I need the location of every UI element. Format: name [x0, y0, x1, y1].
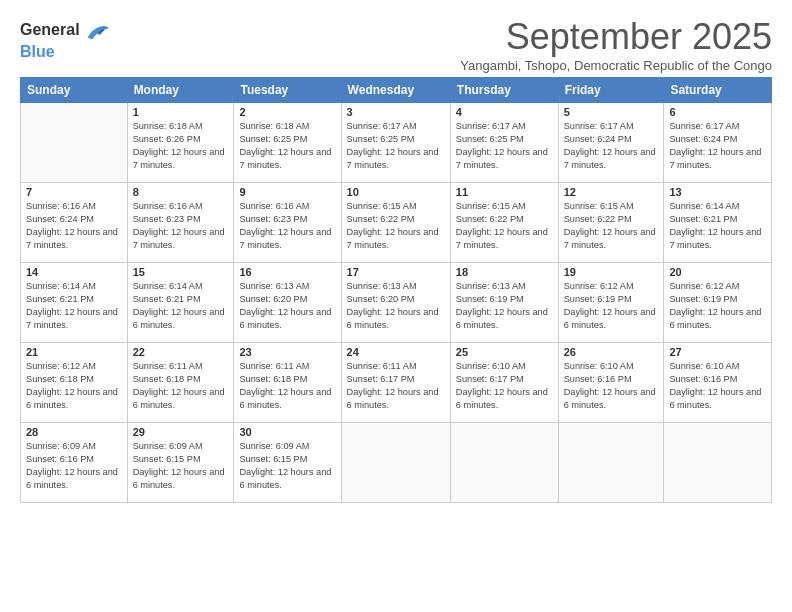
- day-info: Sunrise: 6:17 AM Sunset: 6:25 PM Dayligh…: [347, 120, 445, 172]
- day-number: 29: [133, 426, 229, 438]
- day-number: 19: [564, 266, 659, 278]
- day-info: Sunrise: 6:15 AM Sunset: 6:22 PM Dayligh…: [456, 200, 553, 252]
- calendar-cell: 4Sunrise: 6:17 AM Sunset: 6:25 PM Daylig…: [450, 103, 558, 183]
- day-number: 27: [669, 346, 766, 358]
- day-info: Sunrise: 6:18 AM Sunset: 6:26 PM Dayligh…: [133, 120, 229, 172]
- day-info: Sunrise: 6:09 AM Sunset: 6:16 PM Dayligh…: [26, 440, 122, 492]
- day-number: 8: [133, 186, 229, 198]
- calendar-header-thursday: Thursday: [450, 78, 558, 103]
- day-number: 17: [347, 266, 445, 278]
- day-number: 7: [26, 186, 122, 198]
- calendar-cell: 5Sunrise: 6:17 AM Sunset: 6:24 PM Daylig…: [558, 103, 664, 183]
- day-info: Sunrise: 6:12 AM Sunset: 6:19 PM Dayligh…: [669, 280, 766, 332]
- calendar-cell: [450, 423, 558, 503]
- logo-text: General Blue: [20, 20, 111, 61]
- day-info: Sunrise: 6:09 AM Sunset: 6:15 PM Dayligh…: [239, 440, 335, 492]
- calendar-header-row: SundayMondayTuesdayWednesdayThursdayFrid…: [21, 78, 772, 103]
- day-number: 25: [456, 346, 553, 358]
- calendar-cell: 7Sunrise: 6:16 AM Sunset: 6:24 PM Daylig…: [21, 183, 128, 263]
- day-number: 30: [239, 426, 335, 438]
- calendar-cell: 8Sunrise: 6:16 AM Sunset: 6:23 PM Daylig…: [127, 183, 234, 263]
- day-info: Sunrise: 6:14 AM Sunset: 6:21 PM Dayligh…: [26, 280, 122, 332]
- calendar-week-row: 14Sunrise: 6:14 AM Sunset: 6:21 PM Dayli…: [21, 263, 772, 343]
- calendar-cell: 13Sunrise: 6:14 AM Sunset: 6:21 PM Dayli…: [664, 183, 772, 263]
- day-number: 13: [669, 186, 766, 198]
- day-number: 21: [26, 346, 122, 358]
- day-info: Sunrise: 6:12 AM Sunset: 6:19 PM Dayligh…: [564, 280, 659, 332]
- calendar-cell: 29Sunrise: 6:09 AM Sunset: 6:15 PM Dayli…: [127, 423, 234, 503]
- calendar-cell: 20Sunrise: 6:12 AM Sunset: 6:19 PM Dayli…: [664, 263, 772, 343]
- day-number: 4: [456, 106, 553, 118]
- calendar-header-tuesday: Tuesday: [234, 78, 341, 103]
- day-info: Sunrise: 6:17 AM Sunset: 6:24 PM Dayligh…: [564, 120, 659, 172]
- calendar-cell: 14Sunrise: 6:14 AM Sunset: 6:21 PM Dayli…: [21, 263, 128, 343]
- day-info: Sunrise: 6:13 AM Sunset: 6:20 PM Dayligh…: [239, 280, 335, 332]
- day-info: Sunrise: 6:15 AM Sunset: 6:22 PM Dayligh…: [564, 200, 659, 252]
- calendar-cell: 28Sunrise: 6:09 AM Sunset: 6:16 PM Dayli…: [21, 423, 128, 503]
- calendar-cell: 27Sunrise: 6:10 AM Sunset: 6:16 PM Dayli…: [664, 343, 772, 423]
- calendar-cell: [558, 423, 664, 503]
- header: General Blue September 2025 Yangambi, Ts…: [20, 16, 772, 73]
- day-number: 6: [669, 106, 766, 118]
- day-info: Sunrise: 6:15 AM Sunset: 6:22 PM Dayligh…: [347, 200, 445, 252]
- day-number: 11: [456, 186, 553, 198]
- day-number: 5: [564, 106, 659, 118]
- calendar-cell: 18Sunrise: 6:13 AM Sunset: 6:19 PM Dayli…: [450, 263, 558, 343]
- calendar-cell: 21Sunrise: 6:12 AM Sunset: 6:18 PM Dayli…: [21, 343, 128, 423]
- day-info: Sunrise: 6:11 AM Sunset: 6:18 PM Dayligh…: [239, 360, 335, 412]
- title-block: September 2025 Yangambi, Tshopo, Democra…: [460, 16, 772, 73]
- day-number: 14: [26, 266, 122, 278]
- calendar-week-row: 1Sunrise: 6:18 AM Sunset: 6:26 PM Daylig…: [21, 103, 772, 183]
- logo-bird-icon: [83, 20, 111, 42]
- calendar-cell: 6Sunrise: 6:17 AM Sunset: 6:24 PM Daylig…: [664, 103, 772, 183]
- day-number: 10: [347, 186, 445, 198]
- calendar-cell: 23Sunrise: 6:11 AM Sunset: 6:18 PM Dayli…: [234, 343, 341, 423]
- day-number: 22: [133, 346, 229, 358]
- day-number: 23: [239, 346, 335, 358]
- calendar-cell: 3Sunrise: 6:17 AM Sunset: 6:25 PM Daylig…: [341, 103, 450, 183]
- day-number: 26: [564, 346, 659, 358]
- calendar-cell: [664, 423, 772, 503]
- calendar-cell: 11Sunrise: 6:15 AM Sunset: 6:22 PM Dayli…: [450, 183, 558, 263]
- day-info: Sunrise: 6:09 AM Sunset: 6:15 PM Dayligh…: [133, 440, 229, 492]
- calendar-cell: 24Sunrise: 6:11 AM Sunset: 6:17 PM Dayli…: [341, 343, 450, 423]
- day-number: 3: [347, 106, 445, 118]
- logo-line2: Blue: [20, 42, 111, 61]
- calendar-cell: 2Sunrise: 6:18 AM Sunset: 6:25 PM Daylig…: [234, 103, 341, 183]
- calendar-cell: 15Sunrise: 6:14 AM Sunset: 6:21 PM Dayli…: [127, 263, 234, 343]
- calendar-header-monday: Monday: [127, 78, 234, 103]
- day-info: Sunrise: 6:13 AM Sunset: 6:20 PM Dayligh…: [347, 280, 445, 332]
- day-info: Sunrise: 6:18 AM Sunset: 6:25 PM Dayligh…: [239, 120, 335, 172]
- day-info: Sunrise: 6:16 AM Sunset: 6:23 PM Dayligh…: [239, 200, 335, 252]
- calendar-cell: 26Sunrise: 6:10 AM Sunset: 6:16 PM Dayli…: [558, 343, 664, 423]
- calendar-week-row: 7Sunrise: 6:16 AM Sunset: 6:24 PM Daylig…: [21, 183, 772, 263]
- calendar-cell: [21, 103, 128, 183]
- day-info: Sunrise: 6:14 AM Sunset: 6:21 PM Dayligh…: [669, 200, 766, 252]
- day-number: 24: [347, 346, 445, 358]
- month-title: September 2025: [460, 16, 772, 58]
- day-number: 1: [133, 106, 229, 118]
- day-info: Sunrise: 6:10 AM Sunset: 6:16 PM Dayligh…: [669, 360, 766, 412]
- day-info: Sunrise: 6:16 AM Sunset: 6:24 PM Dayligh…: [26, 200, 122, 252]
- calendar-cell: 16Sunrise: 6:13 AM Sunset: 6:20 PM Dayli…: [234, 263, 341, 343]
- calendar-cell: 10Sunrise: 6:15 AM Sunset: 6:22 PM Dayli…: [341, 183, 450, 263]
- day-info: Sunrise: 6:11 AM Sunset: 6:17 PM Dayligh…: [347, 360, 445, 412]
- day-info: Sunrise: 6:13 AM Sunset: 6:19 PM Dayligh…: [456, 280, 553, 332]
- calendar-cell: 19Sunrise: 6:12 AM Sunset: 6:19 PM Dayli…: [558, 263, 664, 343]
- subtitle: Yangambi, Tshopo, Democratic Republic of…: [460, 58, 772, 73]
- day-info: Sunrise: 6:12 AM Sunset: 6:18 PM Dayligh…: [26, 360, 122, 412]
- day-number: 18: [456, 266, 553, 278]
- calendar-header-sunday: Sunday: [21, 78, 128, 103]
- calendar-week-row: 21Sunrise: 6:12 AM Sunset: 6:18 PM Dayli…: [21, 343, 772, 423]
- calendar-cell: 12Sunrise: 6:15 AM Sunset: 6:22 PM Dayli…: [558, 183, 664, 263]
- calendar-table: SundayMondayTuesdayWednesdayThursdayFrid…: [20, 77, 772, 503]
- logo: General Blue: [20, 20, 111, 61]
- calendar-cell: 1Sunrise: 6:18 AM Sunset: 6:26 PM Daylig…: [127, 103, 234, 183]
- day-number: 2: [239, 106, 335, 118]
- calendar-cell: 25Sunrise: 6:10 AM Sunset: 6:17 PM Dayli…: [450, 343, 558, 423]
- day-number: 16: [239, 266, 335, 278]
- day-info: Sunrise: 6:11 AM Sunset: 6:18 PM Dayligh…: [133, 360, 229, 412]
- day-number: 12: [564, 186, 659, 198]
- day-info: Sunrise: 6:17 AM Sunset: 6:24 PM Dayligh…: [669, 120, 766, 172]
- day-number: 20: [669, 266, 766, 278]
